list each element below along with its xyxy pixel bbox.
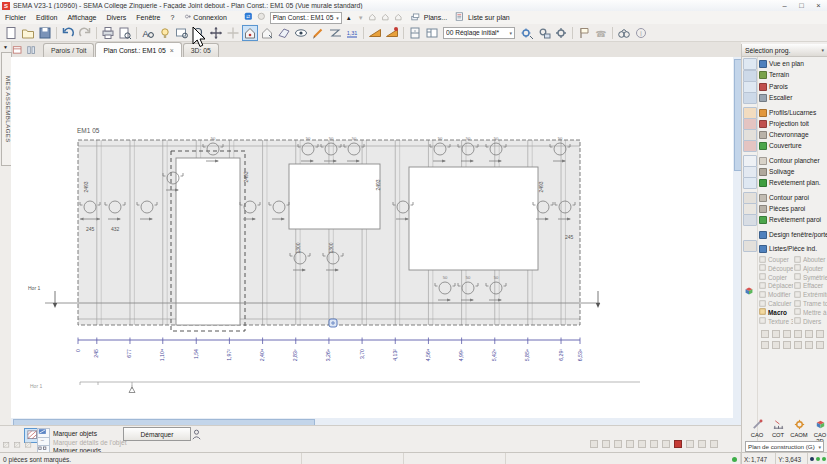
menu-edition[interactable]: Edition xyxy=(31,11,62,24)
display-toggle-icon[interactable] xyxy=(638,440,646,448)
sidebar-tool-icon[interactable] xyxy=(743,214,757,226)
display-toggle-icon[interactable] xyxy=(590,440,598,448)
person-icon[interactable] xyxy=(190,428,203,441)
pan-inactive-icon[interactable] xyxy=(225,25,241,41)
preset-combo[interactable]: 00 Réglage initial*▾ xyxy=(443,27,515,39)
sidebar-item-contour-paroi[interactable]: Contour paroi xyxy=(759,192,827,203)
display-options-icon[interactable] xyxy=(157,25,173,41)
projection-icon[interactable] xyxy=(276,25,292,41)
measure-icon[interactable] xyxy=(310,25,326,41)
display-toggle-icon[interactable] xyxy=(626,440,634,448)
display-toggle-icon[interactable] xyxy=(650,440,658,448)
note-icon[interactable] xyxy=(576,25,592,41)
plan-type-dropdown[interactable]: Plan de construction (G) ▾ xyxy=(745,441,824,452)
command-abouter[interactable]: Abouter xyxy=(794,255,827,264)
redo-icon[interactable] xyxy=(77,25,93,41)
hatch-style-icon[interactable] xyxy=(3,442,12,451)
wall-up-icon[interactable]: ▲ xyxy=(344,13,354,23)
cube-3d-icon[interactable] xyxy=(743,285,755,295)
support-phone-icon[interactable]: ☎ xyxy=(593,25,609,41)
command-ajouter[interactable]: Ajouter xyxy=(794,264,827,273)
menu-connexion[interactable]: Connexion xyxy=(179,11,231,24)
open-project-icon[interactable] xyxy=(20,25,36,41)
sidebar-item-pi-ces-paroi[interactable]: Pièces paroi xyxy=(759,203,827,214)
sidebar-item-rev-tement-plan-[interactable]: Revêtement plan. xyxy=(759,177,827,188)
settings-profile-icon[interactable] xyxy=(519,25,535,41)
display-toggle-icon[interactable] xyxy=(686,440,694,448)
hatch-style-icon[interactable] xyxy=(25,442,34,451)
command-extr-mit-[interactable]: Extrémité xyxy=(794,290,827,299)
sidebar-item-design-fen-tre-porte[interactable]: Design fenêtre/porte xyxy=(759,229,827,240)
split-view-icon[interactable] xyxy=(26,45,38,56)
display-toggle-icon[interactable] xyxy=(674,440,682,448)
sidebar-item-contour-plancher[interactable]: Contour plancher xyxy=(759,155,827,166)
display-toggle-icon[interactable] xyxy=(698,440,706,448)
menu-fen-tre[interactable]: Fenêtre xyxy=(131,11,165,24)
dock-menu-icon[interactable]: ▼ xyxy=(3,44,8,50)
sidebar-item-terrain[interactable]: Terrain xyxy=(759,69,827,80)
pan-icon[interactable] xyxy=(208,25,224,41)
horizontal-scrollbar[interactable] xyxy=(11,418,741,425)
sidebar-tool-icon[interactable] xyxy=(743,92,757,104)
command-copier[interactable]: Copier xyxy=(759,273,793,282)
command-d-placer[interactable]: Déplacer xyxy=(759,281,793,290)
sidebar-tool-icon[interactable] xyxy=(743,177,757,189)
sidebar-item-chevronnage[interactable]: Chevronnage xyxy=(759,129,827,140)
sidebar-tool-icon[interactable] xyxy=(743,240,757,252)
tab-plan-const-em1-05[interactable]: Plan Const.: EM1 05× xyxy=(95,42,181,57)
save-icon[interactable] xyxy=(37,25,53,41)
sidebar-item-escalier[interactable]: Escalier xyxy=(759,92,827,103)
sidebar-tool-icon[interactable] xyxy=(743,140,757,152)
display-toggle-icon[interactable] xyxy=(662,440,670,448)
building-view-icon[interactable] xyxy=(259,25,275,41)
minimize-button[interactable]: – xyxy=(776,0,793,11)
display-toggle-icon[interactable] xyxy=(614,440,622,448)
panel-mark-badge[interactable] xyxy=(329,319,337,327)
command-modifier[interactable]: Modifier xyxy=(759,290,793,299)
menu-affichage[interactable]: Affichage xyxy=(62,11,101,24)
select-tool-icon[interactable] xyxy=(242,25,258,41)
command-couper[interactable]: Couper xyxy=(759,255,793,264)
menu--[interactable]: ? xyxy=(165,11,179,24)
command-sym-trie[interactable]: Symétrie xyxy=(794,273,827,282)
settings-transfer-icon[interactable] xyxy=(536,25,552,41)
settings-icon[interactable] xyxy=(553,25,569,41)
liste-sur-plan-button[interactable]: Liste sur plan xyxy=(455,12,510,23)
close-button[interactable]: × xyxy=(810,0,827,11)
drawing-canvas[interactable]: 5050505050505050505050EM1 05249324932493… xyxy=(11,57,741,418)
sidebar-item-solivage[interactable]: Solivage xyxy=(759,166,827,177)
mode-button-cao[interactable]: CAO xyxy=(748,418,766,438)
visibility-icon[interactable] xyxy=(293,25,309,41)
command-divers[interactable]: Divers xyxy=(794,317,827,326)
maximize-button[interactable]: □ xyxy=(793,0,810,11)
menu-divers[interactable]: Divers xyxy=(101,11,131,24)
roof-edit-icon[interactable] xyxy=(384,25,400,41)
layout-windows-icon[interactable] xyxy=(12,45,24,56)
command-d-couper[interactable]: Découper xyxy=(759,264,793,273)
hatch-style-icon[interactable] xyxy=(14,442,23,451)
new-document-icon[interactable] xyxy=(3,25,19,41)
wall-panel[interactable] xyxy=(78,140,580,331)
command-macro[interactable]: Macro xyxy=(759,308,793,317)
sidebar-item-listes-pi-ce-ind-[interactable]: Listes/Pièce ind. xyxy=(759,243,827,254)
house-section-icon[interactable] xyxy=(381,12,392,23)
plan-combo[interactable]: Plan Const.: EM1 05 ▾ xyxy=(270,12,342,24)
command-texture-3d[interactable]: Texture 3D xyxy=(759,317,793,326)
sidebar-item-couverture[interactable]: Couverture xyxy=(759,140,827,151)
dimension-chain[interactable]: 02456771,10⁴1,541,97²2,40⁴2,83⁶3,26⁸3,70… xyxy=(75,338,583,362)
sidebar-item-projection-toit[interactable]: Projection toit xyxy=(759,118,827,129)
tab-close-icon[interactable]: × xyxy=(170,44,174,57)
mode-button-cot[interactable]: COT xyxy=(769,418,787,438)
sidebar-tool-icon[interactable] xyxy=(743,58,757,70)
display-toggle-icon[interactable] xyxy=(710,440,718,448)
menu-fichier[interactable]: Fichier xyxy=(0,11,31,24)
vertical-scrollbar[interactable] xyxy=(733,57,741,418)
print-preview-icon[interactable] xyxy=(117,25,133,41)
house-view-icon[interactable] xyxy=(394,12,405,23)
display-toggle-icon[interactable] xyxy=(602,440,610,448)
section-icon[interactable] xyxy=(327,25,343,41)
remote-support-icon[interactable]: ⇄ xyxy=(244,12,255,23)
zoom-icon[interactable] xyxy=(191,25,207,41)
dimension-icon[interactable]: 1,31 xyxy=(344,25,360,41)
undo-icon[interactable] xyxy=(60,25,76,41)
